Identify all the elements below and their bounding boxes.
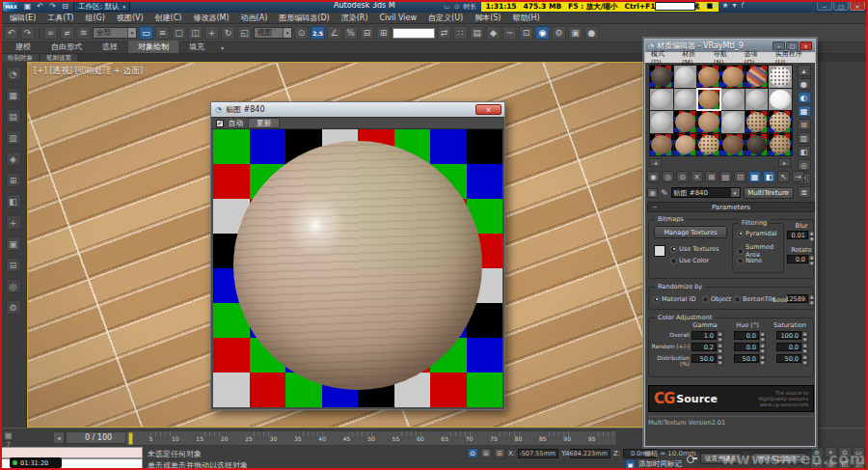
value-spinner[interactable]: ▲▼ [717,331,723,340]
bind-to-space-warp-icon[interactable]: ≋ [76,26,91,40]
select-object-icon[interactable]: ▭ [139,26,153,40]
material-slot-8[interactable] [674,89,697,111]
select-and-rotate-icon[interactable]: ↻ [221,26,235,40]
material-slot-6[interactable] [769,66,792,88]
filtering-pyramidal-radio[interactable] [737,231,744,237]
rotate-field[interactable]: 0.0 [787,255,808,263]
editor-menu-item[interactable]: 实用程序(U) [772,49,815,67]
menu-item[interactable]: 工具(T) [41,13,79,23]
snaps-toggle-icon[interactable]: 2.5 [311,26,325,40]
material-slot-7[interactable] [650,89,673,111]
menu-item[interactable]: 自定义(U) [422,13,469,23]
rotate-spinner[interactable]: ▲▼ [808,255,815,263]
material-slot-4[interactable] [721,66,745,88]
material-slot-2[interactable] [674,66,697,88]
mirror-icon[interactable]: ⇄ [437,26,451,40]
favorites-icon[interactable]: ★ [721,1,728,10]
material-slot-17[interactable] [746,111,769,133]
max-logo[interactable]: MAX [3,1,19,12]
blur-field[interactable]: 0.01 [787,231,808,239]
use-textures-radio[interactable] [670,246,677,253]
value-spinner[interactable]: ▲▼ [717,354,723,363]
fetch-icon[interactable]: ⊟ [60,1,70,12]
search-topic-icon[interactable]: ≡ [701,1,708,10]
left-toolbar-icon-9[interactable]: ▣ [6,236,21,251]
ribbon-tab-选择[interactable]: 选择 [93,41,127,53]
add-time-tag-label[interactable]: 添加时间标记 [638,459,682,469]
align-icon[interactable]: ∷ [453,26,468,40]
workspace-dropdown[interactable]: 工作区: 默认 ▾ [73,1,130,12]
use-color-radio[interactable] [670,258,677,264]
sign-in-icon[interactable]: ▾ [733,1,737,10]
editor-menu-item[interactable]: 材质(M) [678,49,710,67]
edit-named-selection-sets-icon[interactable]: ⊞ [376,26,391,40]
menu-item[interactable]: 组(G) [79,13,110,23]
reset-map-icon[interactable]: × [691,171,703,182]
preview-title-bar[interactable]: ◔ 贴图 #840 × [211,102,504,117]
material-slot-14[interactable] [674,111,697,133]
value-field[interactable]: 100.0 [776,331,801,340]
blur-spinner[interactable]: ▲▼ [808,231,815,239]
assign-to-selection-icon[interactable]: ⊙ [676,171,689,182]
set-key-icon[interactable] [687,455,697,463]
video-color-check-icon[interactable]: ▥ [798,132,811,144]
editor-menu-item[interactable]: 导航(N) [710,49,741,67]
ribbon-tab-建模[interactable]: 建模 [6,41,41,53]
named-selection-input[interactable] [393,28,435,39]
options-icon[interactable]: ◎ [798,159,811,171]
left-toolbar-icon-6[interactable]: ⊞ [6,173,21,187]
seed-field[interactable]: 12589 [787,294,808,303]
go-forward-sibling-icon[interactable]: → [792,171,804,182]
make-unique-icon[interactable]: ⊞ [705,171,718,182]
left-toolbar-icon-2[interactable]: ▦ [6,88,21,102]
go-to-parent-icon[interactable]: ↖ [777,171,790,182]
material-slot-24[interactable] [769,134,792,156]
menu-item[interactable]: 动画(A) [235,13,274,23]
sample-type-icon[interactable]: ● [798,78,811,90]
key-filters-button[interactable]: 关键点过滤器... [752,453,805,464]
undo-icon[interactable]: ↶ [35,1,45,12]
menu-item[interactable]: 帮助(H) [506,13,545,23]
zoom-region-icon[interactable]: ▭ [853,447,866,457]
value-spinner[interactable]: ▲▼ [801,354,808,363]
menu-item[interactable]: 脚本(S) [469,13,506,23]
cg-source-banner[interactable]: CG Source The source to HighQuality text… [648,385,814,412]
left-toolbar-icon-8[interactable]: + [6,215,21,230]
material-id-channel-icon[interactable]: ⊡ [734,171,746,182]
render-production-icon[interactable]: ● [584,26,599,40]
angle-snap-icon[interactable]: ∠ [327,26,341,40]
menu-item[interactable]: 创建(C) [149,13,188,23]
put-to-scene-icon[interactable]: ◎ [662,171,674,182]
value-field[interactable]: 1.0 [692,331,717,340]
value-field[interactable]: 0.2 [692,343,717,351]
value-field[interactable]: 0.0 [734,343,759,351]
value-field[interactable]: 50.0 [734,354,759,363]
material-type-button[interactable]: MultiTexture [744,187,794,199]
redo-icon[interactable]: ↷ [47,1,58,12]
editor-menu-item[interactable]: 模式(D) [647,49,678,67]
undo-icon[interactable]: ↶ [4,26,18,40]
close-icon[interactable]: × [475,104,502,115]
y-field[interactable]: 4684.223mm [570,449,610,458]
value-spinner[interactable]: ▲▼ [759,343,766,351]
material-slot-11[interactable] [746,89,769,111]
generate-preview-icon[interactable]: ◧ [798,146,811,157]
sample-type-chip[interactable]: ▦ [647,188,658,198]
left-toolbar-icon-5[interactable]: ◈ [6,152,21,166]
material-slot-3[interactable] [697,66,720,88]
get-material-icon[interactable]: ◉ [647,171,660,182]
material-slot-21[interactable] [697,134,720,156]
material-slot-19[interactable] [650,134,673,156]
rendered-frame-window-icon[interactable]: ▣ [568,26,583,40]
maximize-viewport-icon[interactable]: ◿ [853,458,866,469]
select-by-name-icon[interactable]: ≡ [155,26,170,40]
ribbon-tab-填充[interactable]: 填充 [179,41,214,53]
pick-material-eyedropper-icon[interactable]: ✎ [661,188,668,198]
material-slot-16[interactable] [721,111,745,133]
previous-frame-icon[interactable]: ◂ [53,431,65,444]
layer-manager-icon[interactable]: ▤ [470,26,484,40]
show-map-in-viewport-icon[interactable]: ▦ [748,171,761,182]
value-spinner[interactable]: ▲▼ [801,343,808,351]
left-toolbar-icon-11[interactable]: ◎ [6,279,21,293]
randomize-object-radio[interactable] [702,296,709,303]
